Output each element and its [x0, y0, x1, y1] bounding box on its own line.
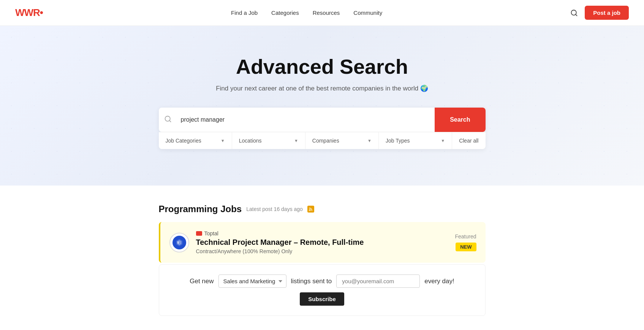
filter-job-types-label: Job Types: [386, 138, 410, 144]
filter-job-types[interactable]: Job Types ▼: [379, 132, 452, 149]
company-flag-icon: [196, 231, 202, 236]
jobs-section-title: Programming Jobs: [159, 204, 242, 214]
search-input[interactable]: [177, 108, 435, 132]
search-bar-icon: [159, 115, 177, 125]
chevron-down-icon: ▼: [294, 138, 298, 143]
svg-point-4: [309, 210, 310, 211]
job-company: Toptal: [196, 230, 448, 236]
jobs-section-header: Programming Jobs Latest post 16 days ago: [159, 204, 486, 214]
toptal-icon-svg: T: [175, 238, 184, 247]
job-right: Featured NEW: [455, 233, 476, 251]
chevron-down-icon: ▼: [367, 138, 372, 143]
chevron-down-icon: ▼: [441, 138, 445, 143]
toptal-logo: T: [172, 236, 186, 249]
listings-sent-to-label: listings sent to: [291, 278, 332, 285]
filter-companies[interactable]: Companies ▼: [305, 132, 379, 149]
job-title: Technical Project Manager – Remote, Full…: [196, 238, 448, 247]
logo-text: WWR: [15, 7, 40, 18]
subscribe-email-input[interactable]: [336, 274, 420, 288]
filter-job-categories-label: Job Categories: [166, 138, 201, 144]
filter-locations-label: Locations: [239, 138, 262, 144]
navbar-right: Post a job: [570, 6, 629, 20]
company-avatar: T: [169, 233, 189, 252]
featured-label: Featured: [455, 233, 476, 240]
svg-line-1: [576, 14, 577, 16]
jobs-latest-text: Latest post 16 days ago: [246, 206, 303, 212]
job-card[interactable]: T Toptal Technical Project Manager – Rem…: [159, 222, 486, 263]
svg-line-3: [169, 120, 171, 122]
new-badge: NEW: [456, 243, 476, 251]
navbar: WWR• Find a Job Categories Resources Com…: [0, 0, 644, 26]
nav-links: Find a Job Categories Resources Communit…: [231, 10, 382, 16]
filter-companies-label: Companies: [312, 138, 339, 144]
subscribe-category-select[interactable]: Sales and Marketing: [218, 274, 286, 288]
main-content: Programming Jobs Latest post 16 days ago…: [151, 186, 493, 330]
post-job-button[interactable]: Post a job: [585, 6, 629, 20]
subscribe-button[interactable]: Subscribe: [300, 292, 344, 306]
clear-all-button[interactable]: Clear all: [452, 132, 485, 149]
hero-section: Advanced Search Find your next career at…: [0, 26, 644, 186]
hero-subtitle: Find your next career at one of the best…: [216, 84, 428, 92]
logo[interactable]: WWR•: [15, 7, 43, 19]
logo-dot: •: [40, 7, 43, 18]
get-new-label: Get new: [190, 278, 214, 285]
search-icon: [570, 9, 578, 17]
rss-icon: [307, 206, 314, 213]
every-day-label: every day!: [424, 278, 454, 285]
job-meta: Contract/Anywhere (100% Remote) Only: [196, 248, 448, 254]
filter-locations[interactable]: Locations ▼: [232, 132, 305, 149]
hero-title: Advanced Search: [236, 55, 408, 78]
chevron-down-icon: ▼: [221, 138, 225, 143]
filters-bar: Job Categories ▼ Locations ▼ Companies ▼…: [159, 132, 486, 149]
search-icon-button[interactable]: [570, 9, 578, 17]
filter-job-categories[interactable]: Job Categories ▼: [159, 132, 232, 149]
job-info: Toptal Technical Project Manager – Remot…: [196, 230, 448, 254]
nav-categories[interactable]: Categories: [271, 10, 299, 16]
nav-resources[interactable]: Resources: [313, 10, 340, 16]
search-bar: Search: [159, 108, 486, 132]
nav-find-a-job[interactable]: Find a Job: [231, 10, 258, 16]
subscribe-bar: Get new Sales and Marketing listings sen…: [159, 264, 486, 316]
svg-text:T: T: [177, 241, 179, 245]
company-name: Toptal: [204, 230, 218, 236]
nav-community[interactable]: Community: [353, 10, 382, 16]
search-button[interactable]: Search: [435, 108, 485, 132]
